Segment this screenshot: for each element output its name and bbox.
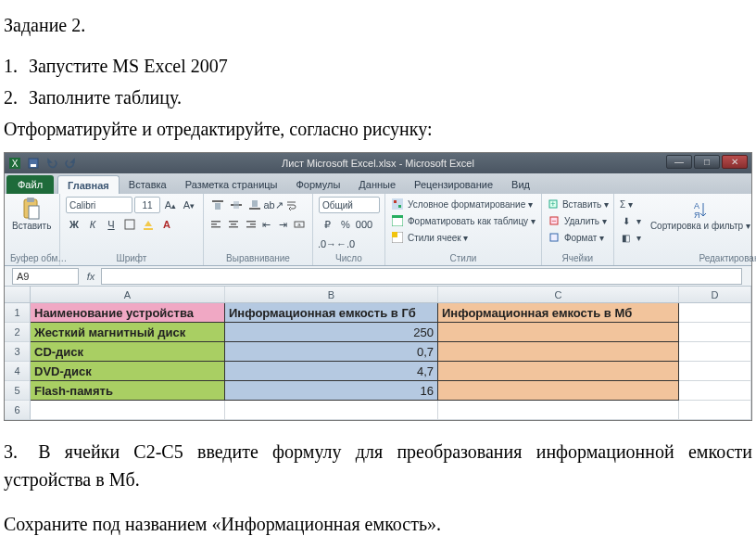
conditional-formatting-button[interactable]: Условное форматирование ▾ <box>391 197 536 211</box>
cell-d4[interactable] <box>679 362 751 381</box>
percent-icon[interactable]: % <box>337 216 354 233</box>
save-icon[interactable] <box>27 157 40 170</box>
row-header-5[interactable]: 5 <box>5 381 31 401</box>
align-left-icon[interactable] <box>209 216 224 233</box>
data-tab[interactable]: Данные <box>349 175 405 194</box>
cell-a5[interactable]: Flash-память <box>31 381 225 401</box>
cell-d2[interactable] <box>679 323 751 342</box>
align-center-icon[interactable] <box>226 216 241 233</box>
select-all-corner[interactable] <box>5 287 31 302</box>
bold-button[interactable]: Ж <box>66 216 82 233</box>
cell-a6[interactable] <box>31 401 225 420</box>
increase-decimal-icon[interactable]: .0→ <box>319 236 335 252</box>
cell-b4[interactable]: 4,7 <box>225 362 438 381</box>
row-header-6[interactable]: 6 <box>5 401 31 420</box>
formula-input[interactable] <box>101 268 742 285</box>
cell-styles-button[interactable]: Стили ячеек ▾ <box>391 230 536 245</box>
currency-icon[interactable]: ₽ <box>319 216 335 233</box>
fill-color-button[interactable] <box>140 216 157 233</box>
wrap-text-icon[interactable] <box>284 197 300 213</box>
svg-text:a: a <box>297 222 301 227</box>
undo-icon[interactable] <box>45 157 58 170</box>
comma-style-icon[interactable]: 000 <box>356 216 372 233</box>
format-as-table-button[interactable]: Форматировать как таблицу ▾ <box>391 213 536 228</box>
col-header-a[interactable]: A <box>31 287 225 302</box>
excel-screenshot: X Лист Microsoft Excel.xlsx - Microsoft … <box>4 152 752 421</box>
cell-b5[interactable]: 16 <box>225 381 438 401</box>
underline-button[interactable]: Ч <box>103 216 120 233</box>
page-layout-tab[interactable]: Разметка страницы <box>176 175 287 194</box>
decrease-decimal-icon[interactable]: ←.0 <box>337 236 354 252</box>
orientation-icon[interactable]: ab↗ <box>265 197 282 213</box>
font-name-select[interactable]: Calibri <box>66 197 132 213</box>
fill-button[interactable]: ⬇▾ <box>620 213 641 228</box>
delete-cells-button[interactable]: − Удалить ▾ <box>548 213 608 228</box>
maximize-button[interactable]: □ <box>694 155 720 169</box>
cell-d1[interactable] <box>679 303 751 323</box>
insert-tab[interactable]: Вставка <box>120 175 176 194</box>
format-cells-button[interactable]: Формат ▾ <box>548 230 608 245</box>
col-header-d[interactable]: D <box>679 287 751 302</box>
align-middle-icon[interactable] <box>228 197 245 213</box>
fx-icon[interactable]: fx <box>81 271 101 282</box>
align-right-icon[interactable] <box>243 216 258 233</box>
col-header-b[interactable]: B <box>225 287 438 302</box>
italic-button[interactable]: К <box>84 216 101 233</box>
cell-a4[interactable]: DVD-диск <box>31 362 225 381</box>
cell-c1[interactable]: Информационная емкость в Мб <box>438 303 679 323</box>
name-box[interactable]: A9 <box>12 268 79 285</box>
svg-text:A: A <box>694 201 699 211</box>
cell-d5[interactable] <box>679 381 751 401</box>
align-bottom-icon[interactable] <box>246 197 263 213</box>
row-header-1[interactable]: 1 <box>5 303 31 323</box>
svg-rect-32 <box>392 232 397 237</box>
minimize-button[interactable]: — <box>666 155 692 169</box>
cell-b1[interactable]: Информационная емкость в Гб <box>225 303 438 323</box>
increase-indent-icon[interactable]: ⇥ <box>275 216 290 233</box>
cell-a2[interactable]: Жесткий магнитный диск <box>31 323 225 342</box>
paste-button[interactable]: Вставить <box>10 197 53 234</box>
cell-c4[interactable] <box>438 362 679 381</box>
row-header-3[interactable]: 3 <box>5 342 31 362</box>
cell-c5[interactable] <box>438 381 679 401</box>
cell-b6[interactable] <box>225 401 438 420</box>
file-tab[interactable]: Файл <box>6 175 54 194</box>
row-header-2[interactable]: 2 <box>5 323 31 342</box>
merge-center-icon[interactable]: a <box>292 216 307 233</box>
decrease-indent-icon[interactable]: ⇤ <box>258 216 273 233</box>
clear-button[interactable]: ◧▾ <box>620 230 641 245</box>
home-tab[interactable]: Главная <box>57 175 120 194</box>
cell-a3[interactable]: CD-диск <box>31 342 225 362</box>
number-group-label: Число <box>319 253 379 263</box>
autosum-button[interactable]: Σ ▾ <box>620 197 641 211</box>
font-size-select[interactable]: 11 <box>134 197 160 213</box>
formulas-tab[interactable]: Формулы <box>286 175 349 194</box>
svg-rect-7 <box>125 220 134 229</box>
review-tab[interactable]: Рецензирование <box>405 175 502 194</box>
col-header-c[interactable]: C <box>438 287 679 302</box>
shrink-font-icon[interactable]: A▾ <box>181 197 197 213</box>
window-buttons: — □ ✕ <box>666 155 748 169</box>
cell-b3[interactable]: 0,7 <box>225 342 438 362</box>
format-as-table-icon <box>391 214 404 227</box>
align-top-icon[interactable] <box>209 197 226 213</box>
cell-c3[interactable] <box>438 342 679 362</box>
sort-filter-button[interactable]: AЯ Сортировка и фильтр ▾ <box>649 197 752 234</box>
close-button[interactable]: ✕ <box>722 155 748 169</box>
cell-d6[interactable] <box>679 401 751 420</box>
cell-b2[interactable]: 250 <box>225 323 438 342</box>
cell-d3[interactable] <box>679 342 751 362</box>
view-tab[interactable]: Вид <box>502 175 539 194</box>
cell-a1[interactable]: Наименование устройства <box>31 303 225 323</box>
redo-icon[interactable] <box>64 157 77 170</box>
alignment-group: ab↗ ⇤ ⇥ a Выравнивание <box>204 194 313 265</box>
grow-font-icon[interactable]: A▴ <box>162 197 179 213</box>
cell-c6[interactable] <box>438 401 679 420</box>
number-format-select[interactable]: Общий <box>319 197 380 213</box>
svg-rect-17 <box>211 226 220 228</box>
cell-c2[interactable] <box>438 323 679 342</box>
insert-cells-button[interactable]: + Вставить ▾ <box>548 197 608 211</box>
border-button[interactable] <box>121 216 138 233</box>
font-color-button[interactable]: A <box>158 216 175 233</box>
row-header-4[interactable]: 4 <box>5 362 31 381</box>
